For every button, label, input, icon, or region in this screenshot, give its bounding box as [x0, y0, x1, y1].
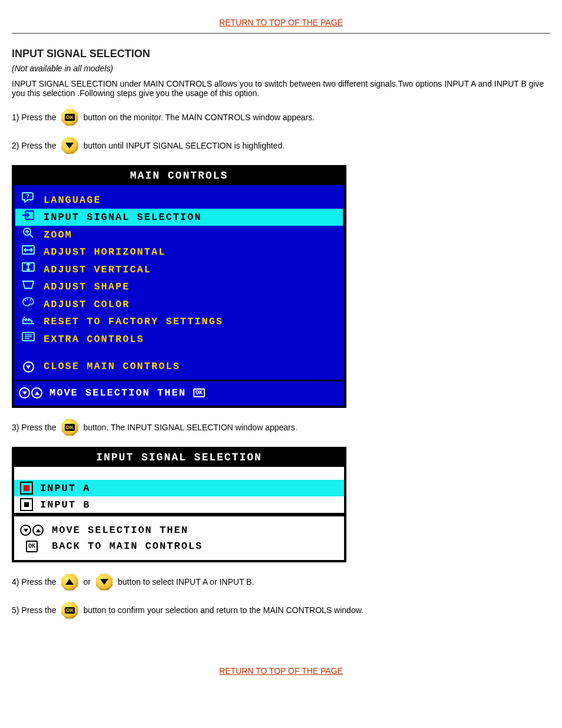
intro-text: INPUT SIGNAL SELECTION under MAIN CONTRO…: [12, 79, 550, 98]
osd-title: INPUT SIGNAL SELECTION: [14, 449, 344, 467]
step-2: 2) Press the button until INPUT SIGNAL S…: [12, 137, 550, 154]
speech-bubble-q-icon: ?: [19, 192, 38, 209]
arrows-v-box-icon: [19, 261, 38, 278]
svg-point-6: [27, 299, 28, 300]
menu-item[interactable]: ADJUST VERTICAL: [15, 261, 343, 278]
svg-point-5: [25, 300, 26, 301]
menu-label: INPUT SIGNAL SELECTION: [44, 210, 339, 225]
osd-input-selection: INPUT SIGNAL SELECTION INPUT A INPUT B M…: [12, 447, 346, 562]
menu-label: RESET TO FACTORY SETTINGS: [44, 314, 339, 330]
palette-icon: [19, 296, 38, 313]
radio-unselected-icon: [20, 498, 33, 511]
menu-label: ZOOM: [44, 228, 339, 243]
step-text: 1) Press the: [12, 113, 56, 122]
footer-line-2: BACK TO MAIN CONTROLS: [52, 538, 203, 554]
input-option[interactable]: INPUT B: [14, 496, 344, 513]
menu-item[interactable]: ADJUST SHAPE: [15, 278, 343, 296]
menu-label: ADJUST COLOR: [44, 297, 339, 312]
divider: [12, 33, 550, 34]
step-4: 4) Press the or button to select INPUT A…: [12, 573, 550, 591]
step-text: button on the monitor. The MAIN CONTROLS…: [83, 113, 315, 122]
footer-text: MOVE SELECTION THEN: [49, 387, 186, 398]
input-option[interactable]: INPUT A: [14, 480, 344, 496]
down-button-icon: [95, 573, 113, 591]
svg-point-7: [30, 299, 31, 301]
close-label: CLOSE MAIN CONTROLS: [44, 359, 339, 374]
step-text: button until INPUT SIGNAL SELECTION is h…: [83, 141, 285, 150]
close-main-controls[interactable]: CLOSE MAIN CONTROLS: [15, 358, 343, 374]
down-circle-icon: [19, 359, 38, 374]
svg-text:?: ?: [26, 193, 31, 200]
menu-label: LANGUAGE: [44, 193, 339, 208]
section-heading: INPUT SIGNAL SELECTION: [12, 48, 550, 60]
ok-button-icon: OK: [61, 601, 78, 619]
footer-line-1: MOVE SELECTION THEN: [52, 522, 189, 538]
ok-button-icon: OK: [61, 108, 78, 126]
step-text: 3) Press the: [12, 423, 56, 432]
menu-item[interactable]: ADJUST HORIZONTAL: [15, 243, 343, 261]
arrows-h-box-icon: [19, 244, 38, 261]
osd-footer: MOVE SELECTION THEN OK: [15, 380, 343, 402]
osd-title: MAIN CONTROLS: [14, 167, 344, 185]
up-button-icon: [61, 573, 78, 591]
return-top-link[interactable]: RETURN TO TOP OF THE PAGE: [12, 666, 550, 676]
step-text: button to confirm your selection and ret…: [83, 605, 363, 615]
option-label: INPUT B: [40, 499, 90, 510]
step-text: 2) Press the: [12, 141, 56, 150]
trapezoid-icon: [19, 279, 38, 296]
menu-item[interactable]: ZOOM: [15, 226, 343, 243]
menu-label: ADJUST HORIZONTAL: [44, 245, 339, 260]
step-text: button to select INPUT A or INPUT B.: [118, 577, 254, 587]
step-5: 5) Press the OK button to confirm your s…: [12, 601, 550, 619]
step-text: 5) Press the: [12, 605, 56, 615]
ok-button-icon: OK: [61, 419, 78, 436]
magnify-plus-icon: [19, 226, 38, 243]
step-text: button. The INPUT SIGNAL SELECTION windo…: [83, 423, 297, 432]
osd-footer: MOVE SELECTION THEN OK BACK TO MAIN CONT…: [14, 516, 344, 560]
ok-box-icon: OK: [19, 541, 45, 552]
menu-label: ADJUST SHAPE: [44, 279, 339, 295]
menu-label: EXTRA CONTROLS: [44, 332, 339, 347]
step-3: 3) Press the OK button. The INPUT SIGNAL…: [12, 419, 550, 436]
menu-item[interactable]: RESET TO FACTORY SETTINGS: [15, 313, 343, 331]
up-down-arrows-icon: [19, 387, 42, 398]
menu-item[interactable]: INPUT SIGNAL SELECTION: [15, 209, 343, 226]
menu-item[interactable]: EXTRA CONTROLS: [15, 330, 343, 348]
return-top-link[interactable]: RETURN TO TOP OF THE PAGE: [12, 18, 550, 27]
ok-box-icon: OK: [193, 388, 205, 397]
option-label: INPUT A: [40, 483, 90, 494]
menu-item[interactable]: ? LANGUAGE: [15, 191, 343, 209]
availability-note: (Not available in all models): [12, 64, 550, 73]
radio-selected-icon: [20, 482, 33, 495]
up-down-arrows-icon: [19, 525, 45, 536]
menu-label: ADJUST VERTICAL: [44, 262, 339, 278]
osd-main-controls: MAIN CONTROLS ? LANGUAGE INPUT SIGNAL SE…: [12, 165, 346, 408]
list-box-icon: [19, 331, 38, 348]
menu-item[interactable]: ADJUST COLOR: [15, 295, 343, 313]
step-text: 4) Press the: [12, 577, 56, 587]
down-button-icon: [61, 137, 78, 154]
step-1: 1) Press the OK button on the monitor. T…: [12, 108, 550, 126]
step-text: or: [83, 577, 90, 587]
factory-icon: [19, 314, 38, 331]
arrow-in-box-icon: [19, 209, 38, 226]
